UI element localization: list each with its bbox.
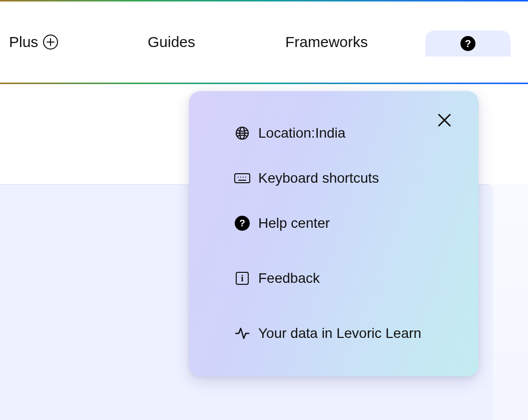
help-popover: Location:India Keyboard shortcuts ? Help… <box>189 91 478 376</box>
keyboard-icon <box>234 170 250 186</box>
help-icon: ? <box>460 36 475 51</box>
activity-icon <box>234 325 250 341</box>
help-tab-button[interactable]: ? <box>425 31 510 57</box>
menu-item-location[interactable]: Location:India <box>234 125 458 141</box>
menu-item-feedback[interactable]: i Feedback <box>234 270 458 286</box>
help-icon: ? <box>234 215 250 231</box>
header-bar: Plus Guides Frameworks ? <box>0 2 528 83</box>
nav-frameworks-label: Frameworks <box>285 34 368 50</box>
header-inner: Plus Guides Frameworks ? <box>0 2 528 83</box>
menu-item-help-center-label: Help center <box>258 215 330 231</box>
nav-guides[interactable]: Guides <box>148 34 195 51</box>
menu-item-your-data[interactable]: Your data in Levoric Learn <box>234 325 458 341</box>
nav-plus-label: Plus <box>9 34 38 51</box>
plus-circle-icon <box>43 35 58 50</box>
menu-item-keyboard-shortcuts[interactable]: Keyboard shortcuts <box>234 170 458 186</box>
nav-guides-label: Guides <box>148 34 195 50</box>
nav-frameworks[interactable]: Frameworks <box>285 34 368 51</box>
close-icon <box>437 113 452 130</box>
menu-item-feedback-label: Feedback <box>258 270 320 286</box>
menu-item-keyboard-shortcuts-label: Keyboard shortcuts <box>258 170 379 186</box>
close-button[interactable] <box>435 112 453 130</box>
help-menu-list: Location:India Keyboard shortcuts ? Help… <box>234 125 458 341</box>
info-icon: i <box>234 270 250 286</box>
menu-item-location-label: Location:India <box>258 125 345 141</box>
nav-plus[interactable]: Plus <box>9 34 58 51</box>
menu-item-your-data-label: Your data in Levoric Learn <box>258 325 421 341</box>
menu-item-help-center[interactable]: ? Help center <box>234 215 458 231</box>
globe-icon <box>234 125 250 141</box>
